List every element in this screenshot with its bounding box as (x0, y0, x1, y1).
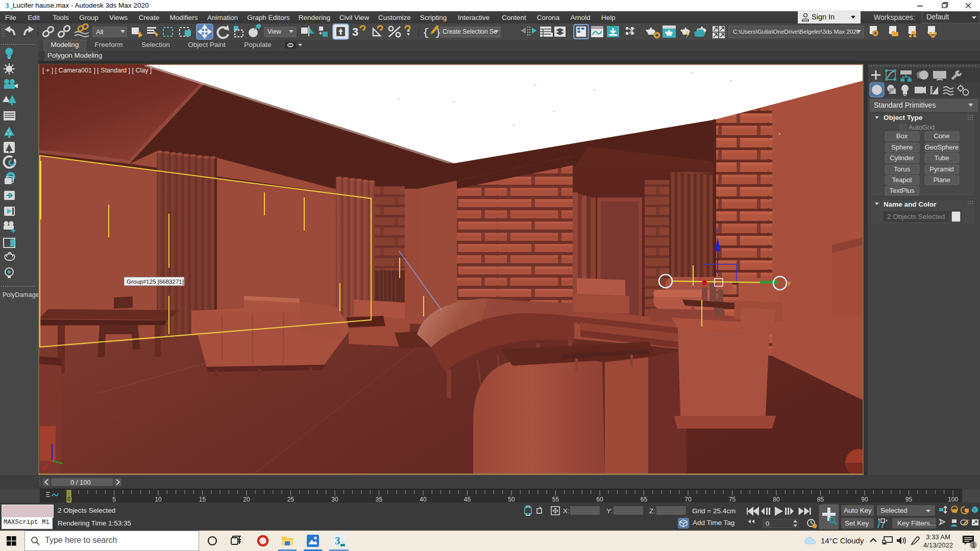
svg-text:C:\Users\Gutia\OneDrive\Belgel: C:\Users\Gutia\OneDrive\Belgeler\3ds Max… (733, 29, 860, 35)
svg-text:75: 75 (729, 496, 736, 503)
svg-text:80: 80 (773, 496, 780, 503)
svg-text:40: 40 (420, 496, 427, 503)
svg-text:85: 85 (817, 496, 824, 503)
svg-text:PolyDamage: PolyDamage (3, 291, 38, 298)
svg-text:15: 15 (199, 496, 206, 503)
svg-text:Object Type: Object Type (884, 114, 923, 121)
svg-text:Plane: Plane (933, 176, 950, 184)
svg-text:100: 100 (948, 496, 958, 503)
svg-text:95: 95 (905, 496, 913, 503)
svg-text:Sphere: Sphere (891, 143, 913, 151)
svg-text:Pyramid: Pyramid (929, 165, 954, 173)
svg-text:25: 25 (287, 496, 295, 503)
svg-text:y: y (788, 280, 791, 286)
svg-text:{: { (423, 27, 429, 39)
svg-text:2 Objects Selected: 2 Objects Selected (887, 213, 945, 220)
svg-text:55: 55 (552, 496, 559, 503)
svg-text:0 / 100: 0 / 100 (70, 479, 91, 486)
svg-text:x: x (699, 274, 702, 281)
svg-text:3: 3 (352, 26, 358, 38)
svg-text:Cylinder: Cylinder (890, 154, 914, 162)
svg-text:Tube: Tube (934, 154, 949, 162)
svg-text:20: 20 (243, 496, 250, 503)
svg-text:1: 1 (972, 542, 975, 549)
svg-text:Box: Box (896, 132, 908, 140)
svg-text:3: 3 (335, 535, 340, 547)
svg-text:Teapot: Teapot (892, 176, 912, 184)
svg-text:Torus: Torus (894, 165, 910, 173)
svg-text:10: 10 (155, 496, 162, 503)
svg-text:Name and Color: Name and Color (884, 201, 937, 208)
svg-text:AutoGrid: AutoGrid (909, 123, 935, 131)
svg-text:Create Selection Se: Create Selection Se (443, 28, 497, 35)
svg-text:45: 45 (464, 496, 471, 503)
svg-text:90: 90 (861, 496, 868, 503)
svg-text:GeoSphere: GeoSphere (925, 143, 959, 151)
svg-text:35: 35 (376, 496, 383, 503)
svg-text:50: 50 (508, 496, 515, 503)
svg-text:70: 70 (684, 496, 692, 503)
svg-text:Standard Primitives: Standard Primitives (874, 101, 936, 109)
svg-text:5: 5 (112, 496, 116, 503)
svg-text:65: 65 (641, 496, 648, 503)
svg-text:60: 60 (596, 496, 603, 503)
svg-text:z: z (716, 227, 719, 233)
svg-text:Group#125 [6683271]: Group#125 [6683271] (127, 279, 184, 285)
svg-text:3: 3 (5, 2, 9, 10)
svg-text:TextPlus: TextPlus (889, 187, 915, 194)
svg-text:30: 30 (331, 496, 338, 503)
svg-text:All: All (96, 28, 104, 36)
svg-text:0: 0 (67, 496, 70, 502)
svg-text:Cone: Cone (934, 132, 949, 140)
svg-text:View: View (267, 28, 282, 35)
